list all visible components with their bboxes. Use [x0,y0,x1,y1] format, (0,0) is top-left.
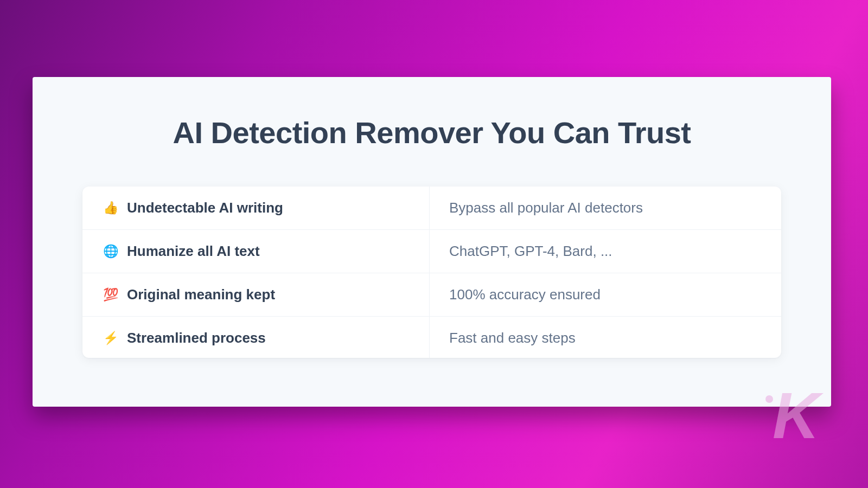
feature-label: Humanize all AI text [127,243,260,260]
feature-description: Bypass all popular AI detectors [430,200,781,216]
feature-description: ChatGPT, GPT-4, Bard, ... [430,243,781,260]
feature-label: Undetectable AI writing [127,200,283,216]
feature-table: 👍 Undetectable AI writing Bypass all pop… [82,187,781,358]
table-row: 👍 Undetectable AI writing Bypass all pop… [82,187,781,230]
feature-description: Fast and easy steps [430,330,781,346]
hundred-icon: 💯 [103,287,118,303]
table-row: 🌐 Humanize all AI text ChatGPT, GPT-4, B… [82,230,781,273]
feature-label: Streamlined process [127,330,266,346]
page-title: AI Detection Remover You Can Trust [33,77,831,150]
feature-description: 100% accuracy ensured [430,286,781,303]
globe-icon: 🌐 [103,244,118,259]
table-row: ⚡ Streamlined process Fast and easy step… [82,317,781,358]
table-row: 💯 Original meaning kept 100% accuracy en… [82,273,781,317]
feature-cell: 🌐 Humanize all AI text [82,230,430,273]
feature-cell: 💯 Original meaning kept [82,273,430,316]
bolt-icon: ⚡ [103,331,118,346]
feature-label: Original meaning kept [127,286,275,303]
feature-cell: 👍 Undetectable AI writing [82,187,430,229]
content-card: AI Detection Remover You Can Trust 👍 Und… [33,77,831,407]
feature-cell: ⚡ Streamlined process [82,317,430,358]
thumbs-up-icon: 👍 [103,201,118,216]
